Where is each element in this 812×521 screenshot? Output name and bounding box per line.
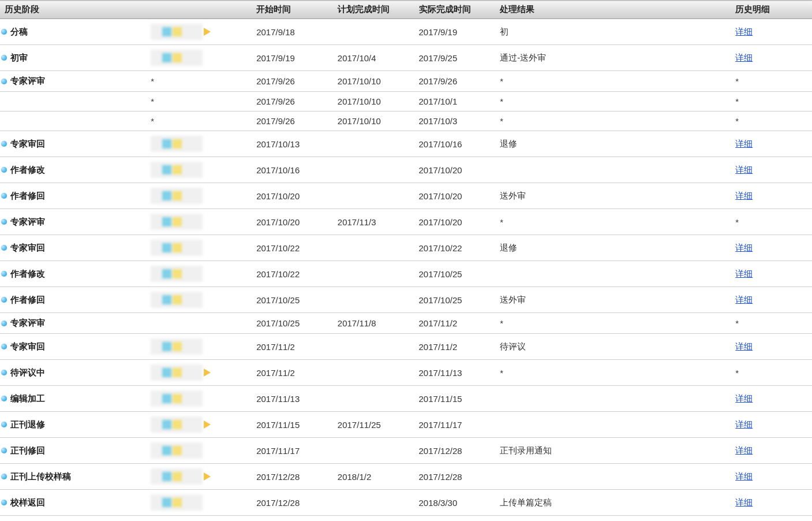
detail-link[interactable]: 详细	[735, 445, 753, 455]
table-row: 专家评审2017/10/252017/11/82017/11/2**	[0, 313, 812, 334]
redacted-block	[151, 364, 203, 381]
plan-cell	[333, 334, 414, 360]
plan-cell	[333, 235, 414, 261]
stage-label: 专家审回	[10, 341, 45, 351]
redacted-block	[151, 494, 203, 511]
stage-label: 校样返回	[10, 497, 45, 507]
actual-cell: 2017/11/2	[414, 313, 496, 334]
redacted-block	[151, 416, 203, 433]
handler-cell	[146, 334, 252, 360]
handler-cell	[146, 45, 252, 71]
bullet-icon	[1, 448, 7, 453]
detail-link[interactable]: 详细	[735, 53, 753, 62]
bullet-icon	[1, 500, 7, 505]
redacted-block	[151, 24, 203, 40]
stage-label: 专家审回	[10, 243, 45, 252]
handler-cell	[146, 412, 252, 438]
result-cell	[495, 386, 731, 412]
bullet-icon	[1, 29, 7, 35]
stage-label: 初审	[10, 53, 28, 62]
detail-link[interactable]: 详细	[735, 497, 753, 507]
stage-cell	[0, 92, 146, 111]
handler-cell: *	[146, 92, 252, 111]
start-cell: 2017/9/19	[252, 45, 333, 71]
result-cell	[495, 261, 731, 287]
detail-text: *	[735, 76, 739, 86]
stage-label: 作者修改	[10, 165, 45, 174]
stage-label: 作者修回	[10, 295, 45, 304]
detail-link[interactable]: 详细	[735, 269, 753, 278]
stage-cell: 正刊修回	[0, 438, 146, 464]
detail-cell: 详细	[731, 157, 812, 183]
actual-cell: 2017/10/20	[414, 183, 496, 209]
stage-label: 分稿	[10, 27, 28, 36]
stage-cell: 专家审回	[0, 235, 146, 261]
detail-link[interactable]: 详细	[735, 393, 753, 403]
plan-cell	[333, 261, 414, 287]
table-row: 分稿2017/9/182017/9/19初详细	[0, 19, 812, 45]
plan-cell: 2017/10/10	[333, 111, 414, 131]
actual-cell: 2017/10/25	[414, 261, 496, 287]
result-cell: 待评议	[495, 334, 731, 360]
result-cell: 送外审	[495, 183, 731, 209]
plan-cell	[333, 360, 414, 386]
plan-cell: 2017/10/4	[333, 45, 414, 71]
plan-cell	[333, 287, 414, 313]
handler-cell	[146, 183, 252, 209]
history-table: 历史阶段 开始时间 计划完成时间 实际完成时间 处理结果 历史明细 分稿2017…	[0, 0, 812, 516]
header-start: 开始时间	[252, 1, 333, 19]
bullet-icon	[1, 297, 7, 303]
actual-cell: 2017/12/28	[414, 464, 496, 490]
table-row: 校样返回2017/12/282018/3/30上传单篇定稿详细	[0, 490, 812, 516]
stage-cell: 正刊上传校样稿	[0, 464, 146, 490]
start-cell: 2017/12/28	[252, 464, 333, 490]
detail-link[interactable]: 详细	[735, 165, 753, 174]
redacted-block	[151, 468, 203, 485]
stage-cell: 专家审回	[0, 131, 146, 157]
detail-link[interactable]: 详细	[735, 341, 753, 351]
handler-cell: *	[146, 71, 252, 92]
stage-cell: 专家评审	[0, 71, 146, 92]
plan-cell: 2017/10/10	[333, 71, 414, 92]
detail-cell: 详细	[731, 287, 812, 313]
stage-cell	[0, 111, 146, 131]
plan-cell	[333, 183, 414, 209]
result-cell: 送外审	[495, 287, 731, 313]
detail-cell: *	[731, 111, 812, 131]
actual-cell: 2017/10/20	[414, 209, 496, 235]
result-cell: 退修	[495, 235, 731, 261]
redacted-block	[151, 442, 203, 459]
actual-cell: 2017/9/19	[414, 19, 496, 45]
detail-text: *	[735, 96, 739, 106]
start-cell: 2017/10/22	[252, 235, 333, 261]
detail-link[interactable]: 详细	[735, 27, 753, 36]
actual-cell: 2017/10/22	[414, 235, 496, 261]
header-handler	[146, 1, 252, 19]
detail-link[interactable]: 详细	[735, 419, 753, 429]
handler-cell	[146, 313, 252, 334]
actual-cell: 2017/10/25	[414, 287, 496, 313]
handler-cell	[146, 19, 252, 45]
plan-cell	[333, 157, 414, 183]
start-cell: 2017/10/16	[252, 157, 333, 183]
detail-link[interactable]: 详细	[735, 191, 753, 200]
detail-link[interactable]: 详细	[735, 471, 753, 481]
start-cell: 2017/10/20	[252, 183, 333, 209]
detail-link[interactable]: 详细	[735, 295, 753, 304]
detail-text: *	[735, 318, 739, 328]
plan-cell	[333, 490, 414, 516]
history-header-row: 历史阶段 开始时间 计划完成时间 实际完成时间 处理结果 历史明细	[0, 1, 812, 19]
detail-cell: 详细	[731, 131, 812, 157]
actual-cell: 2017/11/15	[414, 386, 496, 412]
detail-link[interactable]: 详细	[735, 139, 753, 148]
table-row: 作者修回2017/10/252017/10/25送外审详细	[0, 287, 812, 313]
stage-cell: 作者修改	[0, 157, 146, 183]
handler-cell	[146, 287, 252, 313]
handler-text: *	[151, 96, 154, 106]
handler-cell: *	[146, 111, 252, 131]
detail-link[interactable]: 详细	[735, 243, 753, 252]
table-row: 初审2017/9/192017/10/42017/9/25通过-送外审详细	[0, 45, 812, 71]
table-row: 专家审回2017/10/132017/10/16退修详细	[0, 131, 812, 157]
plan-cell	[333, 438, 414, 464]
table-row: 正刊退修2017/11/152017/11/252017/11/17详细	[0, 412, 812, 438]
